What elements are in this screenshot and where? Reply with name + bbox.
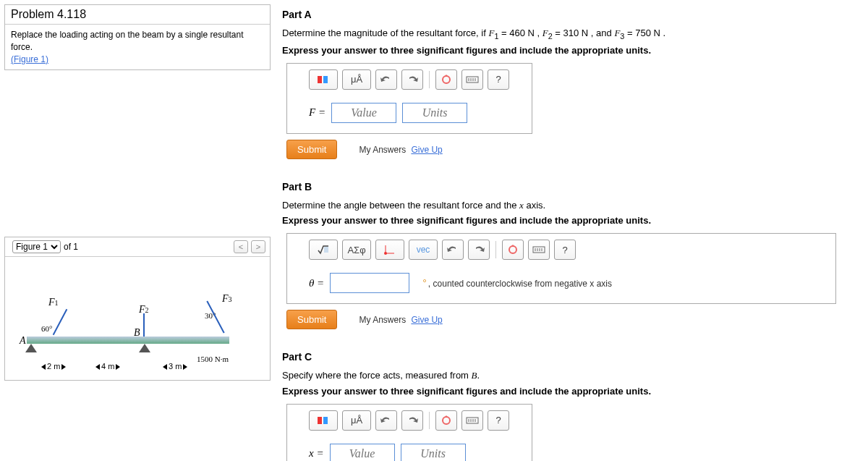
- part-a-question: Determine the magnitude of the resultant…: [282, 26, 861, 42]
- problem-title: Problem 4.118: [5, 5, 270, 25]
- part-c-instruction: Express your answer to three significant…: [282, 386, 861, 397]
- figure-selector[interactable]: Figure 1: [12, 240, 61, 253]
- svg-rect-1: [323, 76, 328, 83]
- svg-rect-0: [318, 76, 322, 83]
- undo-button[interactable]: [375, 410, 397, 431]
- svg-point-2: [443, 76, 450, 83]
- reset-icon: [439, 73, 454, 86]
- help-button[interactable]: ?: [488, 410, 509, 431]
- help-button[interactable]: ?: [554, 240, 576, 260]
- part-a-value-input[interactable]: [331, 103, 396, 123]
- redo-button[interactable]: [401, 69, 423, 90]
- axes-icon: [383, 243, 397, 256]
- part-c-value-input[interactable]: [330, 444, 395, 461]
- undo-button[interactable]: [375, 69, 397, 90]
- part-a-submit-button[interactable]: Submit: [286, 140, 337, 159]
- reset-icon: [506, 243, 520, 256]
- part-b-question: Determine the angle between the resultan…: [282, 198, 861, 213]
- undo-icon: [379, 73, 393, 86]
- figure-link[interactable]: (Figure 1): [11, 54, 48, 64]
- svg-point-12: [509, 246, 516, 253]
- undo-icon: [446, 243, 460, 256]
- part-a-units-input[interactable]: [402, 103, 467, 123]
- vec-button[interactable]: vec: [409, 240, 438, 260]
- template-button[interactable]: [309, 69, 338, 90]
- part-b-variable: θ =: [309, 277, 324, 289]
- svg-rect-8: [324, 247, 328, 253]
- template-icon: [316, 73, 331, 86]
- figure-prev-button[interactable]: <: [234, 240, 248, 253]
- svg-rect-18: [318, 417, 322, 424]
- part-c-variable: x =: [309, 447, 324, 460]
- part-a-give-up[interactable]: Give Up: [411, 145, 442, 155]
- divider: [495, 241, 496, 258]
- undo-button[interactable]: [442, 240, 464, 260]
- reset-button[interactable]: [435, 69, 457, 90]
- template-icon: [316, 414, 331, 427]
- keyboard-button[interactable]: [461, 69, 483, 90]
- reset-icon: [439, 414, 454, 427]
- svg-rect-19: [323, 417, 328, 424]
- keyboard-button[interactable]: [528, 240, 550, 260]
- part-b-title: Part B: [282, 181, 861, 193]
- axes-button[interactable]: [375, 240, 404, 260]
- part-b-tail: °, counted counterclockwise from negativ…: [421, 277, 612, 289]
- part-b-submit-button[interactable]: Submit: [286, 310, 337, 329]
- part-b-give-up[interactable]: Give Up: [411, 315, 442, 325]
- part-c-title: Part C: [282, 351, 861, 363]
- redo-icon: [472, 243, 486, 256]
- part-b-value-input[interactable]: [330, 273, 409, 293]
- part-c-question: Specify where the force acts, measured f…: [282, 368, 861, 383]
- sqrt-icon: [316, 243, 331, 256]
- part-a-my-answers[interactable]: My Answers: [359, 145, 406, 155]
- divider: [429, 412, 430, 429]
- undo-icon: [379, 414, 393, 427]
- greek-button[interactable]: ΑΣφ: [342, 240, 371, 260]
- svg-point-20: [443, 417, 450, 424]
- part-a-instruction: Express your answer to three significant…: [282, 45, 861, 56]
- redo-button[interactable]: [401, 410, 423, 431]
- help-button[interactable]: ?: [488, 69, 509, 90]
- part-a-variable: F =: [309, 106, 326, 119]
- redo-button[interactable]: [468, 240, 490, 260]
- svg-rect-3: [467, 77, 478, 83]
- sqrt-button[interactable]: [309, 240, 338, 260]
- redo-icon: [405, 414, 420, 427]
- figure-diagram: F1 F2 F3 60° 30° A B 1500 N·m 2 m 4 m 3 …: [5, 257, 270, 380]
- figure-count: of 1: [64, 242, 78, 252]
- units-button[interactable]: μÅ: [342, 69, 371, 90]
- divider: [429, 71, 430, 88]
- units-button[interactable]: μÅ: [342, 410, 371, 431]
- part-b-instruction: Express your answer to three significant…: [282, 215, 861, 226]
- keyboard-icon: [465, 414, 480, 427]
- keyboard-icon: [532, 243, 546, 256]
- figure-next-button[interactable]: >: [251, 240, 265, 253]
- part-b-my-answers[interactable]: My Answers: [359, 315, 406, 325]
- part-a-title: Part A: [282, 9, 861, 20]
- keyboard-icon: [465, 73, 480, 86]
- svg-point-11: [384, 252, 387, 255]
- reset-button[interactable]: [435, 410, 457, 431]
- reset-button[interactable]: [502, 240, 524, 260]
- part-c-units-input[interactable]: [401, 444, 466, 461]
- redo-icon: [405, 73, 420, 86]
- keyboard-button[interactable]: [461, 410, 483, 431]
- svg-rect-13: [533, 247, 545, 253]
- problem-description: Replace the loading acting on the beam b…: [11, 29, 264, 54]
- svg-rect-21: [467, 418, 478, 423]
- template-button[interactable]: [309, 410, 338, 431]
